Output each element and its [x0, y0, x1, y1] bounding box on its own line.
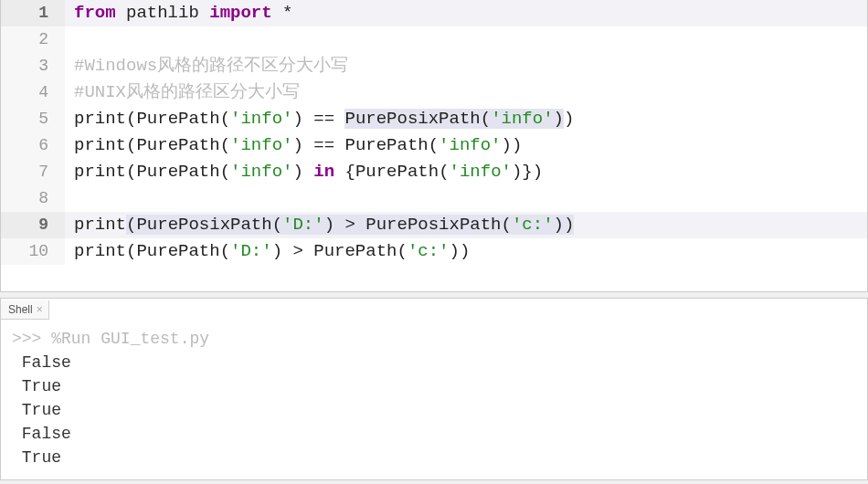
shell-tab[interactable]: Shell× — [1, 300, 49, 320]
line-number: 1 — [1, 0, 65, 26]
line-number: 4 — [1, 79, 65, 106]
line-number: 10 — [1, 238, 65, 265]
code-text[interactable]: print(PurePath('info') in {PurePath('inf… — [65, 159, 867, 185]
line-number: 2 — [1, 26, 65, 53]
code-line[interactable]: 7print(PurePath('info') in {PurePath('in… — [1, 159, 867, 185]
code-text[interactable]: print(PurePosixPath('D:') > PurePosixPat… — [65, 212, 867, 238]
line-number: 7 — [1, 159, 65, 185]
code-text[interactable] — [65, 185, 867, 212]
shell-panel: Shell× >>> %Run GUI_test.py False True T… — [0, 298, 868, 480]
code-text[interactable]: #Windows风格的路径不区分大小写 — [65, 53, 867, 79]
code-editor[interactable]: 1from pathlib import *23#Windows风格的路径不区分… — [0, 0, 868, 292]
code-text[interactable]: print(PurePath('D:') > PurePath('c:')) — [65, 238, 867, 265]
code-text[interactable]: print(PurePath('info') == PurePosixPath(… — [65, 106, 867, 132]
code-text[interactable] — [65, 26, 867, 53]
code-line[interactable]: 10print(PurePath('D:') > PurePath('c:')) — [1, 238, 867, 265]
shell-run-command: %Run GUI_test.py — [51, 330, 209, 348]
shell-tab-label: Shell — [8, 303, 33, 316]
code-line[interactable]: 2 — [1, 26, 867, 53]
line-number: 3 — [1, 53, 65, 79]
code-line[interactable]: 6print(PurePath('info') == PurePath('inf… — [1, 132, 867, 159]
code-text[interactable]: from pathlib import * — [65, 0, 867, 26]
code-line[interactable]: 3#Windows风格的路径不区分大小写 — [1, 53, 867, 79]
line-number: 8 — [1, 185, 65, 212]
code-line[interactable]: 8 — [1, 185, 867, 212]
code-line[interactable]: 5print(PurePath('info') == PurePosixPath… — [1, 106, 867, 132]
code-line[interactable]: 4#UNIX风格的路径区分大小写 — [1, 79, 867, 106]
shell-output-text: False True True False True — [12, 353, 71, 467]
line-number: 6 — [1, 132, 65, 159]
line-number: 5 — [1, 106, 65, 132]
shell-output[interactable]: >>> %Run GUI_test.py False True True Fal… — [1, 320, 867, 477]
code-text[interactable]: print(PurePath('info') == PurePath('info… — [65, 132, 867, 159]
code-text[interactable]: #UNIX风格的路径区分大小写 — [65, 79, 867, 106]
line-number: 9 — [1, 212, 65, 238]
code-line[interactable]: 9print(PurePosixPath('D:') > PurePosixPa… — [1, 212, 867, 238]
close-icon[interactable]: × — [37, 303, 43, 316]
shell-prompt: >>> — [12, 330, 51, 348]
code-line[interactable]: 1from pathlib import * — [1, 0, 867, 26]
